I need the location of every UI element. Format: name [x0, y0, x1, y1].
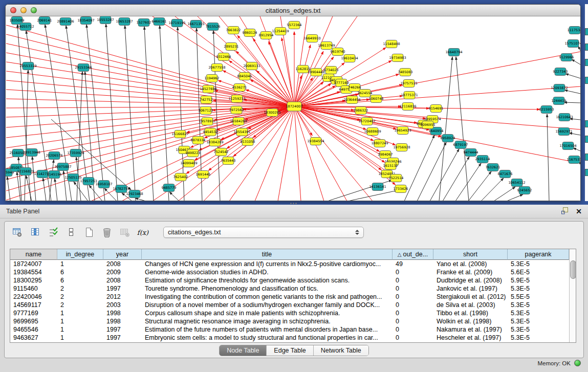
- network-node-label: 9474444: [464, 150, 478, 155]
- column-checklist-icon[interactable]: [48, 227, 59, 238]
- table-scrollbar-thumb[interactable]: [570, 260, 576, 279]
- network-node-label: 7986322: [354, 108, 368, 113]
- network-node-label: 9154691: [429, 106, 444, 111]
- float-panel-icon[interactable]: [561, 207, 569, 216]
- network-node-label: 14055712: [17, 25, 34, 29]
- network-node-label: 8878334: [191, 138, 206, 142]
- network-edge: [106, 24, 118, 201]
- network-node-label: 14099489: [180, 161, 197, 165]
- network-node-label: 11254419: [272, 29, 289, 33]
- table-cell: 0: [393, 301, 433, 309]
- table-row[interactable]: 946554611997Estimation of the future num…: [10, 325, 569, 334]
- toggle-columns-icon[interactable]: [30, 227, 41, 238]
- tab-network-table[interactable]: Network Table: [314, 345, 368, 356]
- network-node-label: 16649910: [303, 36, 320, 40]
- network-edge: [564, 90, 580, 94]
- create-column-icon[interactable]: [83, 227, 95, 238]
- row-height-icon[interactable]: [66, 227, 77, 238]
- table-cell: 0: [393, 334, 433, 342]
- network-node-label: 742752: [200, 98, 213, 102]
- table-cell: 0: [393, 293, 433, 301]
- window-title: citations_edges.txt: [266, 7, 321, 14]
- column-header-name[interactable]: name: [10, 249, 57, 260]
- table-row[interactable]: 2242004622012Investigating the contribut…: [10, 293, 569, 301]
- table-header-row: namein_degreeyeartitle△out_de...shortpag…: [10, 249, 569, 260]
- delete-column-icon[interactable]: [101, 227, 113, 238]
- network-node-label: 7524542: [214, 150, 229, 154]
- network-node-label: 7635443: [221, 159, 236, 163]
- table-cell: de Silva et al. (2003): [433, 301, 508, 309]
- network-node: [585, 154, 588, 161]
- table-row[interactable]: 969969511998Structural magnetic resonanc…: [10, 317, 569, 325]
- table-cell: 2009: [103, 268, 142, 276]
- network-edge: [169, 192, 179, 201]
- node-table: namein_degreeyeartitle△out_de...shortpag…: [10, 249, 576, 343]
- close-window-button[interactable]: [10, 7, 16, 13]
- column-header-out-de-[interactable]: △out_de...: [393, 249, 433, 260]
- network-edge: [294, 86, 580, 106]
- table-row[interactable]: 1938455462009Genome-wide association stu…: [10, 268, 569, 276]
- table-cell: 2003: [103, 301, 142, 309]
- network-canvas[interactable]: 1835089140557122069141208914061835409710…: [6, 16, 580, 201]
- close-panel-icon[interactable]: ✕: [576, 208, 582, 215]
- network-edge: [294, 106, 301, 201]
- table-row[interactable]: 1456911722003Disruption of a novel membe…: [10, 301, 569, 309]
- network-node-label: 9245652: [517, 188, 532, 192]
- column-header-label: short: [463, 251, 477, 258]
- network-node-label: 18807249: [371, 141, 388, 145]
- minimize-window-button[interactable]: [20, 7, 27, 13]
- network-view[interactable]: 1835089140557122069141208914061835409710…: [6, 16, 580, 201]
- network-edge: [572, 59, 580, 64]
- network-node-label: 1835089: [10, 18, 25, 23]
- network-node-label: 10654112: [508, 181, 525, 185]
- tab-edge-table[interactable]: Edge Table: [267, 345, 313, 356]
- network-node-label: 12093872: [551, 86, 568, 90]
- column-header-in-degree[interactable]: in_degree: [57, 249, 103, 260]
- table-cell: Embryonic stem cells: a model to study s…: [142, 334, 393, 342]
- network-edge: [125, 26, 136, 201]
- table-row[interactable]: 1830029562008Estimation of significance …: [10, 276, 569, 285]
- table-row[interactable]: 911546021997Tourette syndrome. Phenomeno…: [10, 285, 569, 293]
- network-node-label: 15720407: [358, 119, 375, 123]
- tab-node-table[interactable]: Node Table: [220, 345, 267, 356]
- network-node-label: 11259213: [228, 97, 245, 101]
- network-node-label: 2895231: [224, 45, 239, 49]
- table-cell: Jankovic et al. (1997): [433, 285, 508, 293]
- table-cell: Estimation of the future numbers of pati…: [142, 325, 393, 334]
- table-cell: 5.3E-5: [508, 334, 569, 342]
- network-node-label: 20069131: [243, 64, 260, 68]
- network-node-label: 16210643: [556, 115, 573, 119]
- memory-status[interactable]: Memory: OK: [537, 360, 581, 366]
- column-header-year[interactable]: year: [103, 249, 142, 260]
- network-node-label: 16584289: [230, 119, 247, 123]
- table-row[interactable]: 946362711997Embryonic stem cells: a mode…: [10, 334, 569, 342]
- table-cell: 5.5E-5: [508, 293, 569, 301]
- network-node-label: 6734023: [324, 68, 339, 72]
- table-row[interactable]: 1872400712008Changes of HCN gene express…: [10, 260, 569, 268]
- column-header-short[interactable]: short: [433, 249, 508, 260]
- network-edge: [6, 106, 294, 158]
- network-node-label: 7522514: [389, 176, 404, 180]
- delete-table-icon[interactable]: [119, 227, 130, 238]
- table-options-icon[interactable]: [12, 227, 23, 238]
- table-cell: Corpus callosum shape and size in male p…: [142, 309, 393, 317]
- table-selector[interactable]: citations_edges.txt: [163, 227, 364, 238]
- table-scrollbar[interactable]: [569, 249, 576, 342]
- network-node-label: 20206576: [46, 154, 62, 158]
- table-body: 1872400712008Changes of HCN gene express…: [10, 260, 569, 342]
- network-edge: [7, 177, 10, 201]
- window-titlebar[interactable]: citations_edges.txt: [6, 5, 580, 16]
- table-cell: Nakamura et al. (1997): [433, 325, 508, 334]
- network-node-label: 10553287: [97, 18, 114, 22]
- table-row[interactable]: 977716911998Corpus callosum shape and si…: [10, 309, 569, 317]
- network-node-label: 15692971: [555, 129, 572, 134]
- function-builder-icon[interactable]: f(x): [137, 227, 148, 238]
- zoom-window-button[interactable]: [31, 7, 37, 13]
- background-window-sliver: [585, 4, 588, 201]
- network-node-label: 9777169: [334, 81, 349, 85]
- column-header-pagerank[interactable]: pagerank: [508, 249, 569, 260]
- table-cell: Yano et al. (2008): [433, 260, 508, 268]
- network-edge: [18, 157, 21, 201]
- column-header-title[interactable]: title: [142, 249, 393, 260]
- network-window[interactable]: citations_edges.txt 18350891405571220691…: [5, 4, 581, 201]
